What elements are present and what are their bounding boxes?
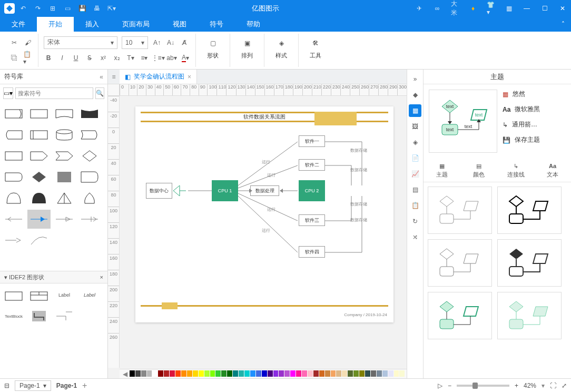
shape-item[interactable] bbox=[78, 168, 101, 187]
theme-opt-arrow[interactable]: ↳通用箭… bbox=[503, 120, 566, 129]
color-swatch[interactable] bbox=[193, 370, 198, 377]
shape-item[interactable] bbox=[2, 168, 25, 187]
image-icon[interactable]: 🖼 bbox=[409, 120, 421, 133]
format-painter-icon[interactable]: 🖌 bbox=[23, 38, 33, 47]
color-swatch[interactable] bbox=[336, 370, 341, 377]
shape-item[interactable] bbox=[53, 189, 76, 208]
copy-icon[interactable]: ⿻ bbox=[9, 53, 19, 63]
bold-icon[interactable]: B bbox=[44, 53, 53, 63]
print-icon[interactable]: 🖶 bbox=[93, 4, 101, 13]
bullets-icon[interactable]: ⋮≡▾ bbox=[153, 53, 163, 63]
color-swatch[interactable] bbox=[377, 370, 382, 377]
underline-icon[interactable]: U bbox=[71, 53, 81, 63]
theme-card[interactable] bbox=[428, 187, 492, 234]
zoom-out-icon[interactable]: − bbox=[448, 382, 451, 389]
color-swatch[interactable] bbox=[204, 370, 210, 377]
clipboard-icon[interactable]: 📋 bbox=[409, 199, 421, 212]
menu-symbol[interactable]: 符号 bbox=[198, 17, 235, 32]
strikethrough-icon[interactable]: S̶ bbox=[85, 53, 94, 63]
shape-item[interactable] bbox=[78, 146, 101, 165]
subscript-icon[interactable]: x₂ bbox=[112, 53, 122, 63]
shape-item[interactable] bbox=[53, 168, 76, 187]
color-swatch[interactable] bbox=[279, 370, 284, 377]
color-swatch[interactable] bbox=[308, 370, 313, 377]
shape-item[interactable] bbox=[27, 146, 51, 165]
share-icon[interactable]: ∞ bbox=[433, 4, 441, 13]
color-swatch[interactable] bbox=[199, 370, 204, 377]
node-cpu2[interactable]: CPU 2 bbox=[299, 180, 325, 201]
page-settings-icon[interactable]: 📄 bbox=[409, 152, 421, 164]
page-layout-icon[interactable]: ⊟ bbox=[4, 382, 9, 389]
color-swatch[interactable] bbox=[399, 370, 405, 377]
color-swatch[interactable] bbox=[158, 370, 163, 377]
theme-card[interactable] bbox=[428, 292, 492, 339]
section-idef2[interactable]: ▾ IDEF2 图形状× bbox=[0, 271, 107, 283]
color-swatch[interactable] bbox=[215, 370, 221, 377]
color-swatch[interactable] bbox=[170, 370, 175, 377]
menu-help[interactable]: 帮助 bbox=[235, 17, 272, 32]
shape-item[interactable] bbox=[27, 104, 51, 123]
color-swatch[interactable] bbox=[359, 370, 365, 377]
shape-item[interactable] bbox=[2, 189, 25, 208]
color-swatch[interactable] bbox=[342, 370, 347, 377]
color-swatch[interactable] bbox=[331, 370, 336, 377]
shape-item[interactable] bbox=[78, 189, 101, 208]
menu-file[interactable]: 文件 bbox=[0, 17, 37, 32]
color-swatch[interactable] bbox=[325, 370, 330, 377]
search-symbols-input[interactable] bbox=[15, 87, 93, 99]
shape-item[interactable] bbox=[78, 104, 101, 123]
theme-card[interactable] bbox=[497, 187, 562, 234]
shape-item[interactable] bbox=[27, 189, 51, 208]
color-swatch[interactable] bbox=[268, 370, 273, 377]
play-icon[interactable]: ▷ bbox=[438, 382, 442, 389]
theme-tab-connector[interactable]: ↳连接线 bbox=[497, 158, 534, 182]
color-swatch[interactable] bbox=[175, 370, 181, 377]
color-swatch[interactable] bbox=[296, 370, 301, 377]
node-sw2[interactable]: 软件二 bbox=[299, 159, 325, 171]
shape-item[interactable] bbox=[27, 231, 51, 250]
color-swatch[interactable] bbox=[221, 370, 227, 377]
shape-item[interactable] bbox=[2, 125, 25, 144]
node-sw4[interactable]: 软件四 bbox=[299, 246, 325, 258]
menu-view[interactable]: 视图 bbox=[161, 17, 198, 32]
theme-tab-theme[interactable]: ▦主题 bbox=[424, 158, 460, 182]
shape-item[interactable] bbox=[53, 307, 76, 326]
color-swatch[interactable] bbox=[239, 370, 244, 377]
shape-item[interactable] bbox=[2, 231, 25, 250]
node-sw1[interactable]: 软件一 bbox=[299, 135, 325, 147]
color-swatch[interactable] bbox=[147, 370, 152, 377]
font-color-icon[interactable]: A▾ bbox=[181, 53, 190, 63]
line-spacing-icon[interactable]: ≡▾ bbox=[140, 53, 149, 63]
color-swatch[interactable] bbox=[382, 370, 388, 377]
color-swatch[interactable] bbox=[152, 370, 157, 377]
color-swatch[interactable] bbox=[365, 370, 370, 377]
table-icon[interactable]: ▤ bbox=[409, 183, 421, 196]
shape-item[interactable] bbox=[53, 210, 76, 229]
theme-opt-font[interactable]: Aa微软雅黑 bbox=[503, 105, 566, 114]
theme-card[interactable] bbox=[428, 239, 492, 287]
shuffle-icon[interactable]: ⤨ bbox=[409, 231, 421, 243]
color-swatch[interactable] bbox=[135, 370, 141, 377]
zoom-value[interactable]: 42% bbox=[524, 382, 536, 389]
shape-item[interactable] bbox=[27, 125, 51, 144]
color-swatch[interactable] bbox=[371, 370, 376, 377]
shape-item[interactable] bbox=[27, 168, 51, 187]
theme-icon[interactable]: ▦ bbox=[409, 104, 421, 117]
shape-tool[interactable]: ▢形状 bbox=[201, 35, 224, 60]
shape-item[interactable] bbox=[53, 146, 76, 165]
color-swatch[interactable] bbox=[244, 370, 250, 377]
color-swatch[interactable] bbox=[233, 370, 238, 377]
expand-right-icon[interactable]: » bbox=[409, 73, 421, 85]
fullscreen-icon[interactable]: ⤢ bbox=[562, 382, 567, 389]
shape-item[interactable] bbox=[27, 286, 51, 305]
cut-icon[interactable]: ✂ bbox=[9, 38, 19, 47]
shape-item[interactable] bbox=[78, 210, 101, 229]
color-swatch[interactable] bbox=[262, 370, 267, 377]
tshirt-icon[interactable]: 👕▾ bbox=[487, 4, 495, 13]
tools-tool[interactable]: 🛠工具 bbox=[304, 35, 327, 60]
color-swatch[interactable] bbox=[313, 370, 319, 377]
tab-list-icon[interactable]: ≡ bbox=[108, 70, 120, 84]
paste-icon[interactable]: 📋▾ bbox=[23, 53, 33, 63]
color-swatch[interactable] bbox=[353, 370, 359, 377]
menu-home[interactable]: 开始 bbox=[37, 17, 74, 32]
